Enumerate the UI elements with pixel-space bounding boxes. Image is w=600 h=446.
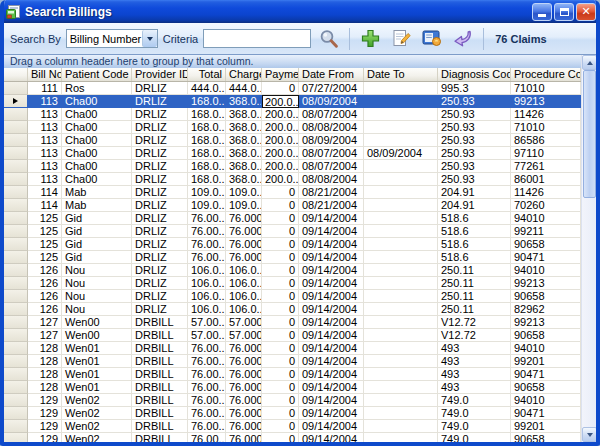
cell-patient-code[interactable]: Cha00 — [62, 121, 132, 134]
row-selector[interactable] — [4, 407, 28, 420]
cell-patient-code[interactable]: Cha00 — [62, 160, 132, 173]
cell-procedure-code[interactable]: 90471 — [511, 407, 581, 420]
table-row[interactable]: 125GidDRLIZ76.00...76.0000009/14/2004518… — [4, 251, 581, 264]
cell-diagnosis-code[interactable]: 250.11 — [438, 303, 511, 316]
cell-charges[interactable]: 76.0000 — [226, 420, 262, 433]
cell-patient-code[interactable]: Cha00 — [62, 147, 132, 160]
table-row[interactable]: 125GidDRLIZ76.00...76.0000009/14/2004518… — [4, 225, 581, 238]
column-header-total[interactable]: Total — [188, 68, 226, 81]
cell-charges[interactable]: 76.0000 — [226, 355, 262, 368]
cell-procedure-code[interactable]: 94010 — [511, 394, 581, 407]
cell-date-to[interactable] — [364, 173, 438, 186]
cell-patient-code[interactable]: Cha00 — [62, 173, 132, 186]
row-selector[interactable] — [4, 95, 28, 108]
cell-date-from[interactable]: 09/14/2004 — [299, 225, 364, 238]
cell-date-to[interactable] — [364, 394, 438, 407]
cell-date-to[interactable] — [364, 277, 438, 290]
table-row[interactable]: 126NouDRLIZ106.0...106.0...009/14/200425… — [4, 264, 581, 277]
column-header-charges[interactable]: Charges — [226, 68, 262, 81]
column-header-bill-no[interactable]: Bill No. — [28, 68, 62, 81]
cell-procedure-code[interactable]: 90658 — [511, 433, 581, 442]
cell-charges[interactable]: 76.0000 — [226, 433, 262, 442]
cell-procedure-code[interactable]: 11426 — [511, 186, 581, 199]
table-row[interactable]: 113Cha00DRLIZ168.0...368.0...200.0...08/… — [4, 147, 581, 160]
cell-provider-id[interactable]: DRLIZ — [132, 277, 188, 290]
cell-bill-no[interactable]: 128 — [28, 368, 62, 381]
row-selector[interactable] — [4, 160, 28, 173]
cell-bill-no[interactable]: 126 — [28, 290, 62, 303]
cell-payments[interactable]: 0 — [262, 264, 299, 277]
cell-bill-no[interactable]: 128 — [28, 342, 62, 355]
close-button[interactable]: ✕ — [576, 3, 596, 21]
cell-bill-no[interactable]: 129 — [28, 394, 62, 407]
table-row[interactable]: 127Wen00DRBILL57.00...57.0000009/14/2004… — [4, 316, 581, 329]
cell-payments[interactable]: 0 — [262, 368, 299, 381]
cell-patient-code[interactable]: Nou — [62, 277, 132, 290]
cell-diagnosis-code[interactable]: 250.93 — [438, 134, 511, 147]
column-header-patient-code[interactable]: Patient Code — [62, 68, 132, 81]
cell-total[interactable]: 168.0... — [188, 108, 226, 121]
cell-total[interactable]: 168.0... — [188, 173, 226, 186]
cell-payments[interactable]: 0 — [262, 199, 299, 212]
cell-date-to[interactable] — [364, 160, 438, 173]
cell-provider-id[interactable]: DRLIZ — [132, 95, 188, 108]
cell-total[interactable]: 168.0... — [188, 147, 226, 160]
row-selector[interactable] — [4, 121, 28, 134]
cell-date-to[interactable] — [364, 238, 438, 251]
cell-procedure-code[interactable]: 90658 — [511, 238, 581, 251]
cell-bill-no[interactable]: 126 — [28, 277, 62, 290]
cell-provider-id[interactable]: DRLIZ — [132, 264, 188, 277]
cell-charges[interactable]: 76.0000 — [226, 368, 262, 381]
cell-diagnosis-code[interactable]: 995.3 — [438, 82, 511, 95]
cell-total[interactable]: 76.00... — [188, 381, 226, 394]
column-header-date-from[interactable]: Date From — [299, 68, 364, 81]
cell-date-from[interactable]: 09/14/2004 — [299, 290, 364, 303]
cell-date-to[interactable] — [364, 355, 438, 368]
cell-date-from[interactable]: 08/21/2004 — [299, 186, 364, 199]
cell-bill-no[interactable]: 129 — [28, 420, 62, 433]
table-row[interactable]: 113Cha00DRLIZ168.0...368.0...200.0...08/… — [4, 160, 581, 173]
cell-charges[interactable]: 57.0000 — [226, 316, 262, 329]
cell-total[interactable]: 76.00... — [188, 407, 226, 420]
cell-diagnosis-code[interactable]: 250.93 — [438, 121, 511, 134]
cell-payments[interactable]: 200.0... — [262, 134, 299, 147]
maximize-button[interactable] — [554, 3, 574, 21]
cell-bill-no[interactable]: 128 — [28, 355, 62, 368]
row-selector[interactable] — [4, 433, 28, 442]
row-selector[interactable] — [4, 368, 28, 381]
add-claim-button[interactable] — [357, 26, 383, 52]
table-row[interactable]: 129Wen02DRBILL76.00...76.0000009/14/2004… — [4, 394, 581, 407]
cell-date-from[interactable]: 08/09/2004 — [299, 95, 364, 108]
cell-payments[interactable]: 200.0... — [262, 95, 299, 108]
cell-procedure-code[interactable]: 97110 — [511, 147, 581, 160]
vertical-scrollbar[interactable] — [581, 55, 596, 442]
cell-date-to[interactable] — [364, 342, 438, 355]
cell-provider-id[interactable]: DRBILL — [132, 342, 188, 355]
cell-charges[interactable]: 368.0... — [226, 95, 262, 108]
cell-total[interactable]: 76.00... — [188, 355, 226, 368]
table-row[interactable]: 126NouDRLIZ106.0...106.0...009/14/200425… — [4, 277, 581, 290]
row-selector[interactable] — [4, 303, 28, 316]
table-row[interactable]: 126NouDRLIZ106.0...106.0...009/14/200425… — [4, 290, 581, 303]
cell-procedure-code[interactable]: 99213 — [511, 316, 581, 329]
cell-bill-no[interactable]: 125 — [28, 238, 62, 251]
cell-total[interactable]: 76.00... — [188, 342, 226, 355]
cell-payments[interactable]: 0 — [262, 225, 299, 238]
cell-date-to[interactable] — [364, 407, 438, 420]
cell-date-to[interactable] — [364, 108, 438, 121]
cell-procedure-code[interactable]: 82962 — [511, 303, 581, 316]
send-claim-button[interactable] — [450, 26, 476, 52]
minimize-button[interactable] — [532, 3, 552, 21]
cell-diagnosis-code[interactable]: 493 — [438, 342, 511, 355]
table-row[interactable]: 114MabDRLIZ109.0...109.0...008/21/200420… — [4, 199, 581, 212]
cell-bill-no[interactable]: 125 — [28, 212, 62, 225]
cell-patient-code[interactable]: Gid — [62, 251, 132, 264]
cell-total[interactable]: 76.00... — [188, 212, 226, 225]
table-row[interactable]: 111RosDRLIZ444.0...444.0...007/27/200499… — [4, 82, 581, 95]
cell-procedure-code[interactable]: 94010 — [511, 342, 581, 355]
cell-date-from[interactable]: 08/07/2004 — [299, 147, 364, 160]
cell-payments[interactable]: 0 — [262, 342, 299, 355]
cell-bill-no[interactable]: 127 — [28, 316, 62, 329]
cell-date-from[interactable]: 09/14/2004 — [299, 329, 364, 342]
cell-total[interactable]: 76.00... — [188, 420, 226, 433]
